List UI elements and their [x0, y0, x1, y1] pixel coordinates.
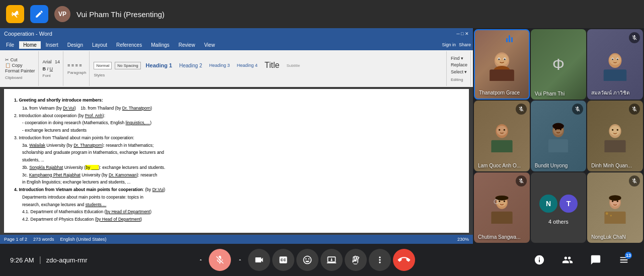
home-tab[interactable]: Home	[19, 41, 41, 49]
end-call-button[interactable]	[393, 249, 415, 271]
svg-point-10	[609, 54, 621, 65]
svg-rect-31	[605, 140, 626, 152]
svg-point-28	[610, 126, 620, 136]
time-separator: |	[39, 255, 41, 264]
word-ribbon-tabs: File Home Insert Design Layout Reference…	[0, 39, 473, 50]
mic-mute-icon-nongluk	[629, 175, 640, 187]
svg-point-17	[497, 126, 507, 136]
svg-point-35	[504, 201, 505, 202]
word-zoom: 230%	[457, 237, 469, 242]
other-avatar-t: T	[559, 195, 578, 213]
doc-line-3a: 3a. Walailak University (by Dr. Thanatpo…	[22, 142, 459, 149]
svg-rect-26	[548, 139, 568, 152]
svg-point-18	[499, 129, 500, 131]
styles-group: Normal No Spacing Heading 1 Heading 2 He…	[91, 51, 447, 86]
presenter-avatar: VP	[54, 6, 70, 22]
svg-rect-37	[491, 212, 512, 224]
participant-tile-others: N T 4 others	[531, 172, 587, 243]
svg-rect-20	[491, 140, 512, 152]
svg-rect-0	[12, 14, 19, 15]
svg-point-2	[495, 54, 508, 65]
activities-badge: 13	[625, 252, 632, 259]
clipboard-group: ✂ Cut 📋 Copy Format Painter Clipboard	[2, 51, 39, 86]
svg-point-14	[617, 58, 618, 60]
word-word-count: 273 words	[33, 237, 54, 242]
cam-control-group	[233, 249, 270, 271]
participant-tile-thanatporn: Thanatporn Grace	[474, 29, 530, 100]
svg-point-46	[610, 215, 612, 216]
others-avatars: N T	[535, 191, 582, 217]
mailings-tab[interactable]: Mailings	[147, 41, 174, 49]
svg-point-6	[504, 58, 505, 60]
participant-name-somlawan: สมลวัฒน์ ภาวิชิต	[591, 89, 630, 97]
present-button[interactable]	[320, 249, 343, 271]
doc-line-4a: Departments introduce about main points …	[22, 194, 459, 201]
raise-hand-button[interactable]	[345, 249, 367, 271]
svg-point-19	[504, 129, 505, 131]
word-language: English (United States)	[60, 237, 107, 242]
participant-name-thanatporn: Thanatporn Grace	[479, 90, 520, 96]
participant-tile-lamquoc: Lam Quoc Anh O...	[474, 101, 530, 171]
view-tab[interactable]: View	[200, 41, 219, 49]
layout-tab[interactable]: Layout	[88, 41, 111, 49]
emoji-button[interactable]	[296, 249, 318, 271]
mic-mute-icon-somlawan	[629, 32, 640, 43]
doc-line-3: 3. Introduction from Thailand about main…	[14, 135, 459, 141]
design-tab[interactable]: Design	[63, 41, 87, 49]
font-group: Arial 14 B I U Font	[40, 51, 64, 86]
doc-line-4: 4. Introduction from Vietnam about main …	[14, 187, 459, 193]
participant-tile-chutima: Chutima Sangwa...	[474, 172, 530, 243]
main-content: Cooperation - Word ─ □ ✕ File Home Inser…	[0, 28, 644, 244]
participant-name-vuiphamthi: Vui Pham Thi	[535, 91, 565, 97]
doc-line-3c: 3c. Kamphaeng Phet Rajabhat University (…	[22, 172, 459, 178]
screen-share-area: Cooperation - Word ─ □ ✕ File Home Inser…	[0, 28, 473, 244]
info-button[interactable]	[529, 250, 549, 270]
more-options-button[interactable]	[369, 249, 391, 271]
presenter-name: Vui Pham Thi (Presenting)	[76, 10, 165, 19]
word-document-content: 1. Greeting and shortly introduce member…	[4, 89, 469, 233]
activities-button[interactable]: 13	[614, 250, 634, 270]
meeting-code: zdo-aqum-rmr	[46, 256, 88, 264]
doc-heading-1: 1. Greeting and shortly introduce member…	[14, 97, 459, 104]
participant-tile-nongluk: NongLuk ChaN	[587, 172, 643, 243]
doc-line-3a2: scholarship and graduate program in Math…	[22, 149, 459, 156]
doc-line-4b: research, exchange lectures and students…	[22, 202, 459, 208]
no-video-icon[interactable]	[6, 5, 24, 23]
participant-name-dinhminh: Dinh Minh Quan...	[591, 163, 632, 168]
svg-point-30	[617, 129, 618, 131]
cam-toggle-button[interactable]	[248, 249, 270, 271]
svg-rect-15	[604, 69, 627, 81]
participant-tile-vuiphamthi: Ф Vui Pham Thi	[531, 29, 587, 100]
participant-tile-dinhminh: Dinh Minh Quan...	[587, 101, 643, 171]
svg-point-43	[609, 195, 621, 201]
people-button[interactable]	[557, 250, 578, 270]
mic-mute-icon-chutima	[516, 175, 527, 187]
paragraph-group: ≡ ≡ ≡ ≡ Paragraph	[64, 51, 90, 86]
insert-tab[interactable]: Insert	[42, 41, 62, 49]
mic-chevron-button[interactable]	[194, 249, 208, 271]
word-page-count: Page 1 of 2	[4, 237, 27, 242]
captions-button[interactable]	[272, 249, 294, 271]
participants-grid: Thanatporn Grace Ф Vui Pham Thi	[473, 28, 644, 244]
svg-point-29	[612, 129, 613, 131]
participant-name-chutima: Chutima Sangwa...	[478, 234, 521, 240]
doc-line-2: 2. Introduction about cooperation (by Pr…	[14, 113, 459, 119]
word-title: Cooperation - Word	[4, 31, 52, 37]
word-ribbon-content: ✂ Cut 📋 Copy Format Painter Clipboard Ar…	[0, 50, 473, 87]
participant-tile-bundit: Bundit Unyong	[531, 101, 587, 171]
active-speaker-bars	[506, 33, 513, 42]
references-tab[interactable]: References	[112, 41, 146, 49]
present-icon[interactable]	[30, 5, 48, 23]
cam-chevron-button[interactable]	[233, 249, 247, 271]
review-tab[interactable]: Review	[175, 41, 199, 49]
doc-line-coop: - cooperation in doing research (Mathema…	[22, 120, 459, 126]
others-count-label: 4 others	[548, 219, 569, 225]
controls-center	[91, 249, 517, 271]
top-bar: VP Vui Pham Thi (Presenting)	[0, 0, 644, 28]
file-tab[interactable]: File	[2, 41, 18, 49]
editing-group: Find ▾ Replace Select ▾ Editing	[448, 51, 471, 86]
mic-mute-button[interactable]	[209, 249, 231, 271]
doc-line-exchange: - exchange lecturers and students	[22, 127, 459, 134]
chat-button[interactable]	[586, 250, 606, 270]
participant-tile-somlawan: สมลวัฒน์ ภาวิชิต	[587, 29, 643, 100]
